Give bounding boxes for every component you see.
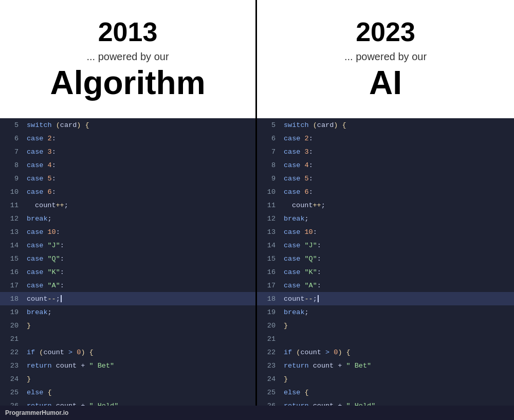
left-powered: ... powered by our	[86, 51, 169, 63]
code-line: 15 case "Q":	[0, 252, 255, 265]
code-line: 12 break;	[0, 212, 255, 225]
code-line: 25else {	[257, 386, 514, 399]
code-line: 5switch (card) {	[257, 118, 514, 132]
code-line: 20}	[0, 319, 255, 332]
left-label: Algorithm	[50, 65, 205, 101]
bottom-bar: ProgrammerHumor.io	[0, 406, 514, 420]
code-line: 10 case 6:	[257, 185, 514, 198]
code-line: 9 case 5:	[257, 172, 514, 185]
right-code-panel: 5switch (card) {6 case 2:7 case 3:8 case…	[257, 118, 514, 406]
code-line: 26 return count + " Hold"	[0, 399, 255, 406]
code-line: 21	[0, 332, 255, 345]
code-line: 22if (count > 0) {	[0, 345, 255, 359]
code-line: 16 case "K":	[0, 265, 255, 279]
right-header: 2023 ... powered by our AI	[257, 0, 514, 118]
code-line: 19 break;	[0, 305, 255, 319]
code-line: 20}	[257, 319, 514, 332]
left-year: 2013	[98, 17, 158, 47]
right-powered: ... powered by our	[344, 51, 427, 63]
code-line: 8 case 4:	[257, 158, 514, 172]
code-line: 25else {	[0, 386, 255, 399]
code-line: 17 case "A":	[0, 279, 255, 292]
code-line: 17 case "A":	[257, 279, 514, 292]
code-line: 7 case 3:	[257, 145, 514, 158]
code-line: 9 case 5:	[0, 172, 255, 185]
code-line: 14 case "J":	[0, 239, 255, 252]
left-code-panel: 5switch (card) {6 case 2:7 case 3:8 case…	[0, 118, 257, 406]
code-section: 5switch (card) {6 case 2:7 case 3:8 case…	[0, 118, 514, 406]
code-line: 7 case 3:	[0, 145, 255, 158]
code-line: 13 case 10:	[0, 225, 255, 239]
footer-text: ProgrammerHumor.io	[5, 409, 68, 416]
code-line: 21	[257, 332, 514, 345]
code-line: 24}	[0, 372, 255, 386]
code-line: 6 case 2:	[0, 132, 255, 145]
right-label: AI	[369, 65, 402, 101]
code-line: 6 case 2:	[257, 132, 514, 145]
code-line: 18 count--;	[257, 292, 514, 305]
code-line: 12 break;	[257, 212, 514, 225]
code-line: 18 count--;	[0, 292, 255, 305]
code-line: 11 count++;	[257, 198, 514, 212]
code-line: 11 count++;	[0, 198, 255, 212]
code-line: 22if (count > 0) {	[257, 345, 514, 359]
code-line: 24}	[257, 372, 514, 386]
left-header: 2013 ... powered by our Algorithm	[0, 0, 257, 118]
code-line: 8 case 4:	[0, 158, 255, 172]
code-line: 26 return count + " Hold"	[257, 399, 514, 406]
code-line: 10 case 6:	[0, 185, 255, 198]
code-line: 14 case "J":	[257, 239, 514, 252]
code-line: 19 break;	[257, 305, 514, 319]
code-line: 15 case "Q":	[257, 252, 514, 265]
code-line: 23 return count + " Bet"	[0, 359, 255, 372]
code-line: 16 case "K":	[257, 265, 514, 279]
right-year: 2023	[356, 17, 415, 47]
top-section: 2013 ... powered by our Algorithm 2023 .…	[0, 0, 514, 118]
code-line: 13 case 10:	[257, 225, 514, 239]
code-line: 5switch (card) {	[0, 118, 255, 132]
code-line: 23 return count + " Bet"	[257, 359, 514, 372]
